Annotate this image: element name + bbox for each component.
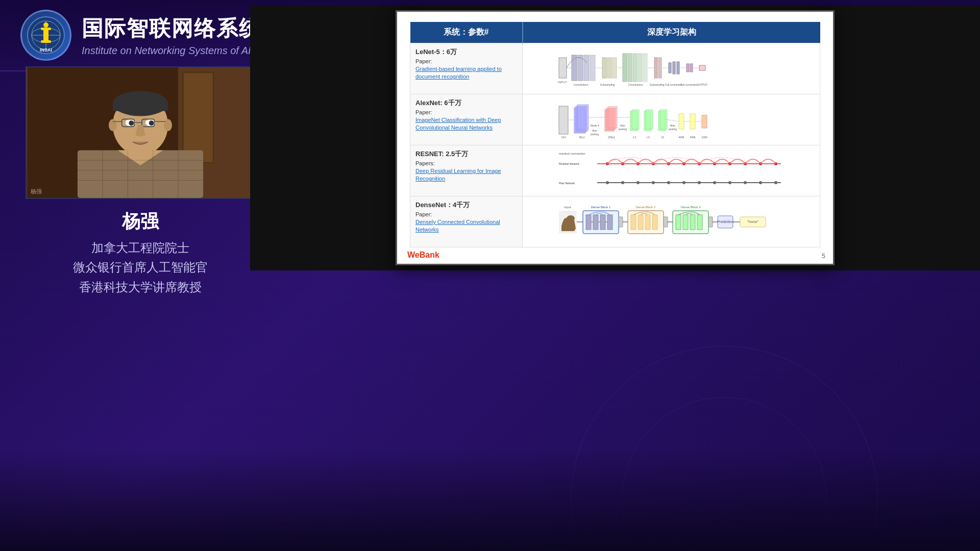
logo: INSAI [20, 10, 71, 61]
svg-point-18 [113, 91, 168, 116]
svg-point-119 [667, 181, 670, 184]
svg-point-121 [698, 181, 701, 184]
svg-rect-45 [602, 58, 606, 78]
table-row: DenseNet：4千万 Paper: Densely Connected Co… [410, 196, 820, 247]
svg-point-20 [109, 119, 117, 131]
svg-text:"horse": "horse" [747, 220, 759, 223]
svg-point-125 [759, 181, 762, 184]
svg-point-115 [606, 181, 609, 184]
slide-table: 系统：参数# 深度学习架构 LeNet-5：6万 Paper: Gradient… [410, 22, 820, 247]
svg-rect-42 [584, 55, 589, 81]
alexnet-title: AlexNet: 6千万 [415, 98, 517, 108]
densenet-diagram: Input Dense Block 1 [528, 201, 815, 241]
svg-point-24 [129, 120, 134, 126]
svg-rect-41 [578, 55, 583, 81]
svg-text:Plain Network:: Plain Network: [559, 182, 575, 185]
resnet-paper-label: Papers: [415, 160, 517, 166]
svg-rect-60 [677, 62, 679, 74]
resnet-info-cell: RESNET: 2.5千万 Papers: Deep Residual Lear… [410, 145, 523, 196]
svg-rect-90 [632, 110, 639, 129]
svg-text:Dense Block 1: Dense Block 1 [591, 206, 611, 209]
svg-rect-43 [590, 55, 595, 81]
svg-text:Max: Max [670, 124, 675, 127]
svg-rect-7 [41, 28, 51, 30]
svg-point-123 [728, 181, 731, 184]
svg-point-21 [164, 119, 172, 131]
svg-point-116 [621, 181, 624, 184]
slide-container: 系统：参数# 深度学习架构 LeNet-5：6万 Paper: Gradient… [396, 10, 835, 265]
table-header-col2: 深度学习架构 [523, 22, 820, 43]
svg-text:pooling: pooling [619, 128, 627, 131]
svg-rect-53 [643, 54, 647, 82]
svg-rect-19 [113, 104, 168, 111]
webcam-feed: 杨强 [27, 67, 254, 198]
svg-text:INPUT: INPUT [558, 81, 567, 84]
densenet-paper-link[interactable]: Densely Connected Convolutional Networks [415, 218, 517, 234]
densenet-diagram-cell: Input Dense Block 1 [523, 196, 820, 247]
bottom-area [0, 449, 980, 551]
svg-line-109 [666, 119, 679, 121]
svg-point-25 [149, 120, 154, 126]
svg-point-118 [652, 181, 655, 184]
resnet-diagram: residual connection Plain Network: [528, 149, 815, 190]
svg-text:Full connection: Full connection [665, 83, 682, 86]
svg-rect-104 [702, 115, 707, 128]
svg-rect-160 [645, 215, 650, 230]
speaker-info: 杨强 加拿大工程院院士 微众银行首席人工智能官 香港科技大学讲席教授 [73, 209, 208, 297]
svg-rect-93 [646, 110, 653, 129]
svg-text:L4: L4 [647, 136, 650, 139]
svg-point-117 [636, 181, 640, 184]
svg-rect-149 [593, 215, 598, 230]
speaker-titles: 加拿大工程院院士 微众银行首席人工智能官 香港科技大学讲席教授 [73, 238, 208, 297]
lenet-paper-label: Paper: [415, 58, 517, 64]
svg-text:Max: Max [592, 129, 597, 132]
svg-text:Convolutions: Convolutions [574, 83, 589, 86]
svg-rect-167 [683, 215, 688, 230]
person-svg [27, 67, 254, 198]
svg-rect-102 [690, 114, 695, 129]
lenet-paper-link[interactable]: Gradient-based learning applied to docum… [415, 65, 517, 81]
svg-rect-55 [654, 58, 657, 78]
svg-text:OUTPUT: OUTPUT [697, 83, 708, 86]
svg-text:96x1: 96x1 [579, 136, 585, 139]
svg-rect-8 [41, 40, 51, 43]
lenet-title: LeNet-5：6万 [415, 47, 517, 57]
lenet-diagram: INPUT Convolutions Subsampling [528, 47, 815, 88]
svg-rect-49 [623, 54, 627, 82]
svg-text:L3: L3 [633, 136, 636, 139]
svg-text:Prediction: Prediction [717, 220, 733, 223]
svg-point-122 [713, 181, 716, 184]
svg-point-143 [567, 215, 575, 221]
svg-rect-63 [690, 64, 693, 72]
webank-we: We [407, 251, 420, 259]
alexnet-paper-link[interactable]: ImageNet Classification with Deep Convol… [415, 116, 517, 132]
svg-text:Convolutions: Convolutions [628, 83, 643, 86]
svg-rect-168 [690, 215, 695, 230]
slide-panel: 系统：参数# 深度学习架构 LeNet-5：6万 Paper: Gradient… [250, 5, 980, 270]
svg-rect-147 [586, 215, 591, 230]
left-panel: 杨强 杨强 加拿大工程院院士 微众银行首席人工智能官 香港科技大学讲席教授 [15, 66, 265, 352]
svg-rect-85 [608, 107, 617, 128]
svg-text:Residual Network:: Residual Network: [559, 162, 580, 165]
svg-text:INSAI: INSAI [40, 47, 52, 53]
svg-point-126 [774, 181, 777, 184]
svg-text:pooling: pooling [591, 133, 599, 136]
svg-text:1000: 1000 [701, 136, 707, 139]
svg-rect-169 [697, 215, 702, 230]
svg-point-9 [43, 22, 48, 28]
webcam-label: 杨强 [31, 188, 42, 195]
logo-svg: INSAI [26, 15, 66, 56]
resnet-diagram-cell: residual connection Plain Network: [523, 145, 820, 196]
svg-rect-161 [652, 215, 657, 230]
resnet-paper-link[interactable]: Deep Residual Learning for Image Recogni… [415, 167, 517, 183]
lenet-diagram-cell: INPUT Convolutions Subsampling [523, 43, 820, 94]
svg-point-120 [682, 181, 685, 184]
svg-rect-100 [679, 114, 684, 129]
svg-rect-78 [577, 105, 589, 130]
speaker-title3: 香港科技大学讲席教授 [73, 278, 208, 297]
svg-rect-166 [676, 215, 681, 230]
resnet-title: RESNET: 2.5千万 [415, 149, 517, 159]
svg-text:224: 224 [561, 136, 566, 139]
svg-rect-158 [631, 215, 636, 230]
alexnet-diagram-cell: 224 96x1 Stride 4 Max pooling [523, 94, 820, 145]
